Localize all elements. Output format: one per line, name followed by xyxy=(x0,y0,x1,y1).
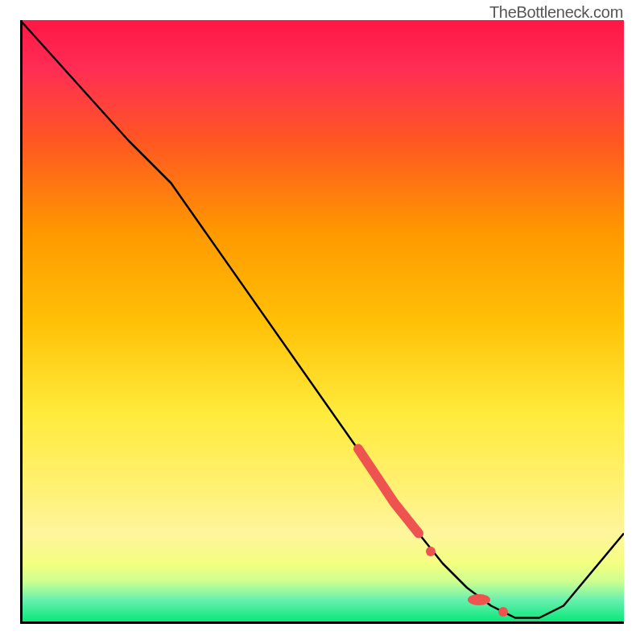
watermark-text: TheBottleneck.com xyxy=(489,3,623,22)
chart-svg xyxy=(20,20,624,624)
markers xyxy=(358,449,508,617)
svg-point-1 xyxy=(468,594,490,605)
svg-point-2 xyxy=(498,607,508,617)
svg-point-0 xyxy=(426,547,436,556)
chart-container xyxy=(20,20,624,624)
bottleneck-curve xyxy=(20,20,624,618)
